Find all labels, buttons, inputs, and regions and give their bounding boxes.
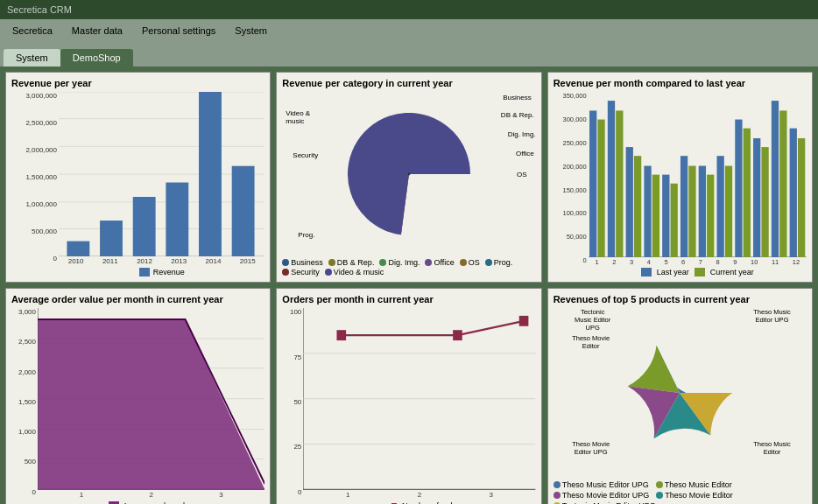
pie-label-os: OS [517, 171, 527, 178]
svg-rect-8 [100, 220, 123, 256]
revenue-per-category-title: Revenue per category in current year [282, 78, 535, 88]
svg-rect-55 [453, 330, 462, 340]
svg-rect-20 [634, 156, 641, 257]
revenue-per-year-panel: Revenue per year 3,000,000 2,500,000 2,0… [5, 72, 271, 283]
menu-bar: Secretica Master data Personal settings … [0, 19, 818, 42]
svg-rect-28 [707, 175, 714, 258]
x-label-2010: 2010 [68, 257, 84, 265]
svg-rect-38 [798, 138, 805, 257]
svg-rect-54 [337, 330, 347, 340]
svg-rect-27 [698, 166, 705, 258]
svg-rect-7 [67, 242, 89, 257]
revenue-per-month-title: Revenue per month compared to last year [554, 78, 807, 88]
top5-label-theso-music-ed: Theso MusicEditor [739, 440, 805, 456]
avg-order-value-panel: Average order value per month in current… [5, 288, 271, 504]
top5-label-tectonic: TectonicMusic EditorUPG [558, 308, 628, 332]
y-label: 1,500,000 [11, 173, 57, 181]
top5-pie-chart [627, 340, 732, 445]
orders-per-month-title: Orders per month in current year [282, 294, 535, 304]
svg-rect-22 [652, 175, 659, 258]
x-label-2011: 2011 [102, 257, 118, 265]
svg-rect-23 [662, 175, 669, 258]
legend-revenue-label: Revenue [153, 268, 185, 276]
x-label-2015: 2015 [240, 257, 256, 265]
monthly-comparison-chart [589, 92, 807, 257]
svg-rect-17 [607, 101, 614, 257]
dashboard: Revenue per year 3,000,000 2,500,000 2,0… [0, 66, 818, 504]
pie-label-videomusic: Video &music [286, 109, 310, 125]
svg-rect-34 [761, 147, 768, 257]
category-pie-chart [348, 113, 470, 235]
pie-label-business: Business [503, 94, 531, 102]
tab-system[interactable]: System [4, 49, 60, 66]
svg-rect-25 [680, 156, 688, 257]
tab-demoshop[interactable]: DemoShop [60, 49, 133, 66]
x-label-2014: 2014 [206, 257, 222, 265]
top5-title: Revenues of top 5 products in current ye… [554, 294, 807, 304]
pie-label-dbrep: DB & Rep. [501, 111, 534, 119]
top5-products-panel: Revenues of top 5 products in current ye… [547, 288, 813, 504]
pie-label-security: Security [293, 151, 318, 159]
x-label-2012: 2012 [137, 257, 152, 265]
y-label: 500,000 [11, 228, 57, 235]
avg-order-chart [38, 308, 264, 489]
tab-bar: System DemoShop [0, 42, 818, 66]
top5-legend: Theso Music Editor UPG Theso Music Edito… [554, 480, 807, 504]
svg-rect-30 [724, 166, 731, 258]
svg-rect-33 [753, 138, 760, 257]
svg-point-13 [408, 173, 411, 176]
svg-rect-29 [716, 156, 723, 257]
svg-rect-12 [232, 166, 255, 257]
top5-label-theso-movie-ed: Theso MovieEditor [556, 334, 626, 350]
svg-rect-9 [133, 197, 156, 256]
svg-marker-46 [38, 319, 264, 489]
legend-revenue-box [139, 268, 150, 276]
pie-label-prog: Prog. [298, 231, 314, 239]
legend-currentyear-box [695, 268, 705, 276]
top5-label-theso-movie-upg: Theso MovieEditor UPG [556, 440, 626, 456]
revenue-per-category-panel: Revenue per category in current year Bus… [276, 72, 541, 283]
top5-label-theso-music-upg: Theso MusicEditor UPG [739, 308, 805, 324]
svg-rect-10 [166, 183, 188, 257]
revenue-year-chart [59, 92, 264, 256]
y-label: 3,000,000 [11, 92, 57, 100]
svg-line-53 [458, 321, 525, 335]
y-label: 2,500,000 [11, 119, 57, 127]
x-label-2013: 2013 [171, 257, 187, 265]
revenue-per-month-panel: Revenue per month compared to last year … [547, 72, 813, 283]
legend-lastyear-label: Last year [657, 268, 689, 276]
svg-rect-37 [789, 129, 796, 258]
svg-rect-26 [688, 166, 695, 258]
pie-label-digimg: Dig. Img. [508, 130, 536, 138]
legend-lastyear-box [641, 268, 652, 276]
menu-system[interactable]: System [226, 23, 276, 38]
legend-currentyear-label: Current year [710, 268, 754, 276]
svg-rect-11 [199, 92, 222, 256]
avg-order-title: Average order value per month in current… [11, 294, 264, 304]
svg-rect-24 [670, 184, 677, 258]
y-label: 0 [11, 255, 57, 262]
app-title: Secretica CRM [7, 4, 72, 15]
orders-per-month-panel: Orders per month in current year 100 75 … [276, 288, 541, 504]
svg-rect-35 [771, 101, 778, 257]
svg-rect-31 [735, 120, 742, 258]
menu-secretica[interactable]: Secretica [4, 23, 61, 38]
svg-rect-16 [597, 120, 604, 258]
svg-rect-21 [644, 166, 651, 258]
title-bar: Secretica CRM [0, 0, 818, 19]
svg-rect-56 [519, 316, 529, 326]
svg-rect-18 [616, 110, 623, 257]
revenue-per-year-title: Revenue per year [11, 78, 264, 88]
svg-rect-19 [625, 147, 632, 257]
svg-rect-32 [743, 129, 750, 258]
orders-month-chart [303, 308, 535, 489]
pie-label-office: Office [516, 150, 534, 158]
category-legend: Business DB & Rep. Dig. Img. Office OS P… [282, 258, 535, 276]
menu-masterdata[interactable]: Master data [63, 23, 131, 38]
y-label: 2,000,000 [11, 146, 57, 154]
y-label: 1,000,000 [11, 200, 57, 208]
svg-rect-36 [779, 110, 786, 257]
svg-rect-15 [589, 110, 596, 257]
menu-personalsettings[interactable]: Personal settings [133, 23, 224, 38]
